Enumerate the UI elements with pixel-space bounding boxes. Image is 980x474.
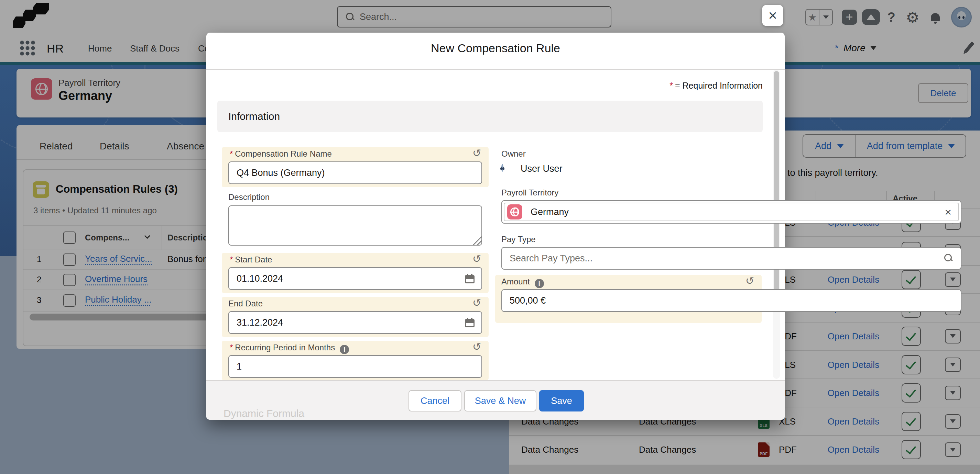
modal-close-button[interactable]: ×: [762, 5, 783, 26]
info-icon[interactable]: i: [535, 279, 544, 288]
selected-territory-pill: Germany ×: [504, 203, 959, 221]
modal-scrollbar[interactable]: [773, 70, 780, 379]
end-date-input[interactable]: [228, 311, 482, 334]
field-label-recurring: *Recurring Period in Monthsi: [230, 343, 349, 354]
search-icon: [944, 254, 953, 262]
territory-value: Germany: [531, 207, 569, 217]
cancel-button[interactable]: Cancel: [409, 390, 461, 412]
undo-icon[interactable]: ↺: [473, 148, 481, 159]
field-label-owner: Owner: [501, 149, 526, 159]
undo-icon[interactable]: ↺: [473, 342, 481, 352]
field-label-description: Description: [228, 192, 270, 202]
modal-footer: Dynamic Formula Cancel Save & New Save: [206, 380, 785, 420]
undo-icon[interactable]: ↺: [473, 298, 481, 308]
pay-type-search-input[interactable]: [501, 247, 961, 269]
field-label-start-date: *Start Date: [230, 255, 272, 265]
info-icon[interactable]: i: [340, 345, 349, 354]
undo-icon[interactable]: ↺: [746, 276, 754, 286]
calendar-icon[interactable]: [465, 274, 474, 283]
field-label-paytype: Pay Type: [501, 235, 536, 244]
recurring-period-input[interactable]: [228, 355, 482, 378]
new-compensation-rule-modal: New Compensation Rule *= Required Inform…: [206, 33, 785, 420]
modal-header-divider: [206, 69, 785, 70]
owner-name: User User: [520, 163, 563, 174]
screen: Search... ★ + ? ⚙ HR Home Staff & Docs C…: [0, 0, 980, 474]
section-header-information: Information: [217, 101, 763, 132]
remove-selection-icon[interactable]: ×: [945, 205, 951, 219]
field-label-name: *Compensation Rule Name: [230, 149, 332, 159]
name-input[interactable]: [228, 162, 482, 184]
field-label-territory: Payroll Territory: [501, 188, 558, 198]
payroll-territory-lookup[interactable]: Germany ×: [501, 200, 961, 224]
calendar-icon[interactable]: [465, 318, 474, 327]
owner-avatar: [501, 164, 503, 172]
start-date-input[interactable]: [228, 267, 482, 290]
required-info-note: *= Required Information: [670, 81, 763, 91]
section-header-dynamic-formula: Dynamic Formula: [224, 408, 304, 419]
amount-input[interactable]: [501, 289, 961, 312]
field-label-end-date: End Date: [228, 299, 263, 308]
save-and-new-button[interactable]: Save & New: [464, 390, 536, 412]
save-button[interactable]: Save: [539, 390, 584, 412]
payroll-territory-icon: [507, 205, 522, 219]
modal-title: New Compensation Rule: [206, 41, 785, 55]
undo-icon[interactable]: ↺: [473, 254, 481, 264]
description-textarea[interactable]: [228, 205, 482, 246]
field-label-amount: Amounti: [501, 277, 544, 288]
